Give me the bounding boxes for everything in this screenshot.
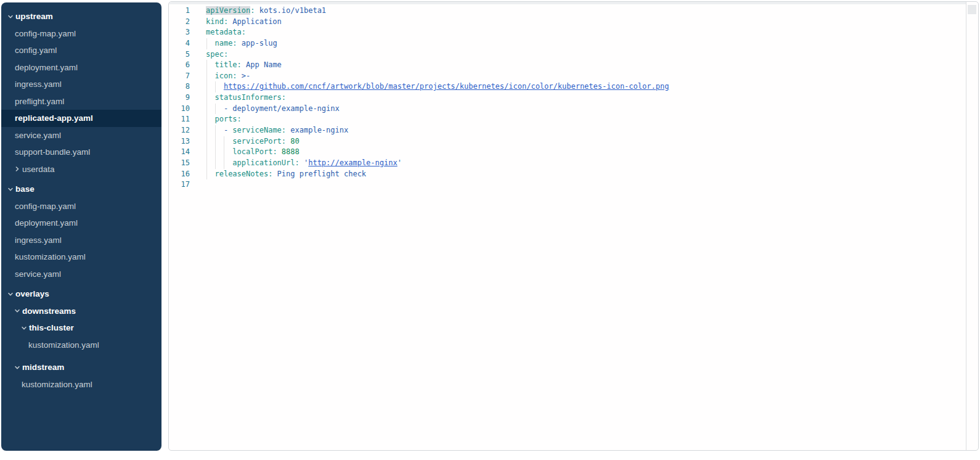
indent-guide — [206, 125, 207, 136]
line-number: 17 — [169, 179, 190, 191]
yaml-token-plain — [206, 170, 214, 178]
line-content: apiVersion: kots.io/v1beta1 — [206, 6, 326, 17]
code-line[interactable]: 11 ports: — [169, 114, 978, 125]
line-content: statusInformers: — [206, 92, 286, 104]
yaml-token-value: Application — [228, 17, 282, 26]
tree-file-kustomization.yaml[interactable]: kustomization.yaml — [1, 337, 161, 354]
tree-file-service.yaml[interactable]: service.yaml — [1, 127, 161, 144]
yaml-token-key: releaseNotes: — [214, 170, 272, 178]
file-label: ingress.yaml — [15, 236, 62, 245]
yaml-token-key: servicePort: — [232, 137, 286, 146]
yaml-token-key: ports: — [214, 115, 241, 123]
code-line[interactable]: 3metadata: — [169, 27, 978, 38]
line-number: 2 — [169, 17, 190, 28]
code-line[interactable]: 14 localPort: 8888 — [169, 147, 978, 158]
indent-guide — [206, 81, 207, 92]
line-number: 13 — [169, 136, 190, 147]
code-line[interactable]: 9 statusInformers: — [169, 92, 978, 104]
tree-file-service.yaml[interactable]: service.yaml — [1, 266, 161, 283]
yaml-link[interactable]: http://example-nginx — [308, 158, 398, 167]
tree-folder-userdata[interactable]: userdata — [1, 161, 161, 178]
line-content: spec: — [206, 49, 228, 60]
tree-folder-upstream[interactable]: upstream — [1, 8, 161, 25]
indent-guide — [224, 136, 224, 147]
editor-top-strip — [169, 2, 966, 4]
line-content: name: app-slug — [206, 38, 277, 49]
tree-file-config-map.yaml[interactable]: config-map.yaml — [1, 198, 161, 215]
code-line[interactable]: 16 releaseNotes: Ping preflight check — [169, 169, 978, 180]
indent-guide — [206, 60, 207, 71]
file-tree: upstreamconfig-map.yamlconfig.yamldeploy… — [1, 2, 161, 451]
line-number: 3 — [169, 27, 190, 38]
line-content: - deployment/example-nginx — [206, 104, 340, 115]
tree-file-config.yaml[interactable]: config.yaml — [1, 42, 161, 59]
tree-file-ingress.yaml[interactable]: ingress.yaml — [1, 232, 161, 249]
indent-guide — [215, 81, 216, 92]
yaml-token-value: app-slug — [237, 39, 277, 47]
line-number: 7 — [169, 71, 190, 82]
tree-folder-base[interactable]: base — [1, 181, 161, 198]
line-content: title: App Name — [206, 60, 282, 71]
folder-label: midstream — [22, 363, 64, 372]
yaml-token-key: icon: — [214, 72, 237, 80]
line-number: 12 — [169, 125, 190, 136]
tree-folder-midstream[interactable]: midstream — [1, 359, 161, 376]
indent-guide — [206, 136, 207, 147]
tree-file-preflight.yaml[interactable]: preflight.yaml — [1, 93, 161, 110]
indent-guide — [215, 136, 216, 147]
line-content: - serviceName: example-nginx — [206, 125, 348, 136]
yaml-link[interactable]: https://github.com/cncf/artwork/blob/mas… — [224, 82, 669, 91]
file-label: kustomization.yaml — [22, 380, 92, 389]
code-line[interactable]: 2kind: Application — [169, 17, 978, 28]
code-area[interactable]: 1apiVersion: kots.io/v1beta12kind: Appli… — [169, 2, 978, 191]
tree-file-config-map.yaml[interactable]: config-map.yaml — [1, 25, 161, 43]
scrollbar-thumb[interactable] — [968, 5, 976, 14]
indent-guide — [215, 104, 216, 115]
yaml-token-plain — [206, 72, 214, 80]
line-number: 16 — [169, 169, 190, 180]
code-line[interactable]: 17 — [169, 179, 978, 191]
code-line[interactable]: 1apiVersion: kots.io/v1beta1 — [169, 6, 978, 17]
yaml-token-plain — [206, 147, 232, 156]
yaml-token-plain — [206, 93, 214, 102]
tree-folder-downstreams[interactable]: downstreams — [1, 303, 161, 320]
line-content: kind: Application — [206, 17, 282, 28]
file-label: ingress.yaml — [15, 80, 62, 89]
code-editor[interactable]: 1apiVersion: kots.io/v1beta12kind: Appli… — [168, 1, 979, 451]
file-label: deployment.yaml — [15, 218, 78, 228]
tree-file-kustomization.yaml[interactable]: kustomization.yaml — [1, 376, 161, 393]
tree-file-replicated-app.yaml[interactable]: replicated-app.yaml — [1, 110, 161, 127]
line-number: 1 — [169, 6, 190, 17]
code-line[interactable]: 15 applicationUrl: 'http://example-nginx… — [169, 158, 978, 169]
tree-folder-overlays[interactable]: overlays — [1, 285, 161, 303]
yaml-token-key: applicationUrl: — [232, 158, 299, 167]
line-content: localPort: 8888 — [206, 147, 300, 158]
line-content: icon: >- — [206, 71, 250, 82]
chevron-down-icon — [14, 308, 22, 314]
tree-file-deployment.yaml[interactable]: deployment.yaml — [1, 215, 161, 232]
code-line[interactable]: 6 title: App Name — [169, 60, 978, 71]
yaml-token-key: name: — [214, 39, 237, 47]
tree-file-kustomization.yaml[interactable]: kustomization.yaml — [1, 248, 161, 266]
code-line[interactable]: 7 icon: >- — [169, 71, 978, 82]
file-label: deployment.yaml — [15, 63, 78, 72]
chevron-right-icon — [14, 166, 22, 172]
yaml-token-plain — [206, 60, 214, 69]
chevron-down-icon — [7, 291, 15, 297]
code-line[interactable]: 13 servicePort: 80 — [169, 136, 978, 147]
indent-guide — [215, 158, 216, 169]
yaml-token-value: ' — [398, 158, 402, 167]
code-line[interactable]: 5spec: — [169, 49, 978, 60]
chevron-down-icon — [7, 186, 15, 192]
code-line[interactable]: 10 - deployment/example-nginx — [169, 104, 978, 115]
tree-file-deployment.yaml[interactable]: deployment.yaml — [1, 59, 161, 76]
code-line[interactable]: 8 https://github.com/cncf/artwork/blob/m… — [169, 81, 978, 92]
code-line[interactable]: 4 name: app-slug — [169, 38, 978, 49]
tree-folder-this-cluster[interactable]: this-cluster — [1, 319, 161, 337]
tree-file-ingress.yaml[interactable]: ingress.yaml — [1, 76, 161, 93]
tree-file-support-bundle.yaml[interactable]: support-bundle.yaml — [1, 144, 161, 161]
file-label: service.yaml — [15, 131, 61, 140]
yaml-token-value: kots.io/v1beta1 — [255, 6, 326, 15]
indent-guide — [206, 114, 207, 125]
code-line[interactable]: 12 - serviceName: example-nginx — [169, 125, 978, 136]
